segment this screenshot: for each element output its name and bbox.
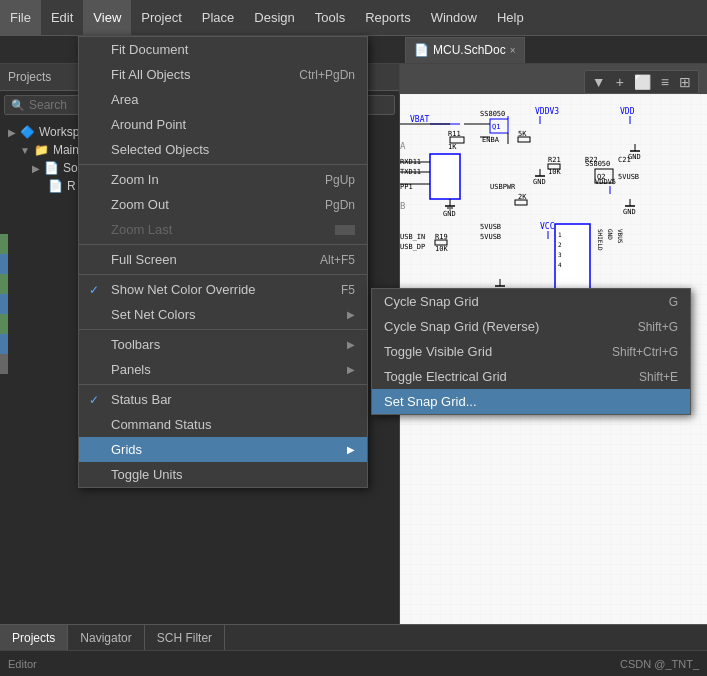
menu-reports[interactable]: Reports: [355, 0, 421, 35]
svg-text:4: 4: [558, 261, 562, 268]
svg-text:USB_IN: USB_IN: [400, 233, 425, 241]
tree-icon-sou: 📄: [44, 161, 59, 175]
tree-arrow-main: ▼: [20, 145, 30, 156]
menu-sep-2: [79, 244, 367, 245]
submenu-set-snap-grid[interactable]: Set Snap Grid...: [372, 389, 690, 414]
svg-text:VBAT: VBAT: [410, 115, 429, 124]
vert-marker-2: [0, 254, 8, 274]
menu-tools[interactable]: Tools: [305, 0, 355, 35]
menu-view[interactable]: View: [83, 0, 131, 35]
tree-icon-main: 📁: [34, 143, 49, 157]
add-icon[interactable]: +: [613, 73, 627, 91]
tree-label-r: R: [67, 179, 76, 193]
tree-icon-r: 📄: [48, 179, 63, 193]
status-bar-left: Editor: [8, 658, 37, 670]
svg-text:SS8050: SS8050: [585, 160, 610, 168]
filter-icon[interactable]: ▼: [589, 73, 609, 91]
tree-label-main: Main: [53, 143, 79, 157]
svg-text:VDDV3: VDDV3: [535, 107, 559, 116]
svg-text:GND: GND: [607, 229, 614, 240]
menu-design[interactable]: Design: [244, 0, 304, 35]
svg-text:10K: 10K: [435, 245, 448, 253]
menu-toolbars[interactable]: Toolbars: [79, 332, 367, 357]
submenu-toggle-electrical-grid[interactable]: Toggle Electrical Grid Shift+E: [372, 364, 690, 389]
svg-text:VDD: VDD: [620, 107, 635, 116]
menu-full-screen[interactable]: Full Screen Alt+F5: [79, 247, 367, 272]
svg-text:GND: GND: [443, 210, 456, 218]
status-bar: Editor CSDN @_TNT_: [0, 650, 707, 676]
tab-close-button[interactable]: ×: [510, 45, 516, 56]
svg-text:SS8050: SS8050: [480, 110, 505, 118]
status-bar-right: CSDN @_TNT_: [620, 658, 699, 670]
bottom-tabs: Projects Navigator SCH Filter: [0, 624, 707, 650]
svg-text:5VUSB: 5VUSB: [480, 233, 501, 241]
vert-marker-4: [0, 294, 8, 314]
menu-sep-1: [79, 164, 367, 165]
svg-text:R21: R21: [548, 156, 561, 164]
tree-arrow-sou: ▶: [32, 163, 40, 174]
menu-set-net-colors[interactable]: Set Net Colors: [79, 302, 367, 327]
menu-help[interactable]: Help: [487, 0, 534, 35]
vert-marker-3: [0, 274, 8, 294]
tab-mcu-schdoc[interactable]: 📄 MCU.SchDoc ×: [405, 37, 525, 63]
menu-window[interactable]: Window: [421, 0, 487, 35]
menu-zoom-in[interactable]: Zoom In PgUp: [79, 167, 367, 192]
submenu-toggle-visible-grid[interactable]: Toggle Visible Grid Shift+Ctrl+G: [372, 339, 690, 364]
grids-submenu: Cycle Snap Grid G Cycle Snap Grid (Rever…: [371, 288, 691, 415]
svg-text:GND: GND: [623, 208, 636, 216]
tab-icon: 📄: [414, 43, 429, 57]
menu-project[interactable]: Project: [131, 0, 191, 35]
menu-around-point[interactable]: Around Point: [79, 112, 367, 137]
vert-marker-6: [0, 334, 8, 354]
checkmark-status-bar: ✓: [89, 393, 99, 407]
menu-command-status[interactable]: Command Status: [79, 412, 367, 437]
menu-sep-4: [79, 329, 367, 330]
svg-text:3: 3: [558, 251, 562, 258]
menu-file[interactable]: File: [0, 0, 41, 35]
menu-area[interactable]: Area: [79, 87, 367, 112]
bottom-tab-projects[interactable]: Projects: [0, 625, 68, 650]
bottom-tab-navigator[interactable]: Navigator: [68, 625, 144, 650]
svg-text:Q1: Q1: [492, 123, 500, 131]
svg-text:10K: 10K: [548, 168, 561, 176]
menu-show-net-color[interactable]: ✓ Show Net Color Override F5: [79, 277, 367, 302]
svg-text:VCC: VCC: [540, 222, 555, 231]
menu-sep-3: [79, 274, 367, 275]
svg-text:VBUS: VBUS: [617, 229, 624, 244]
menubar: File Edit View Project Place Design Tool…: [0, 0, 707, 36]
grid-icon[interactable]: ⊞: [676, 73, 694, 91]
tree-icon-workspace: 🔷: [20, 125, 35, 139]
submenu-cycle-snap-grid[interactable]: Cycle Snap Grid G: [372, 289, 690, 314]
svg-text:1K: 1K: [448, 143, 457, 151]
svg-text:1: 1: [558, 231, 562, 238]
checkmark-net-color: ✓: [89, 283, 99, 297]
menu-status-bar[interactable]: ✓ Status Bar: [79, 387, 367, 412]
tree-arrow-workspace: ▶: [8, 127, 16, 138]
svg-text:USB_DP: USB_DP: [400, 243, 425, 251]
svg-text:5VUSB: 5VUSB: [480, 223, 501, 231]
search-icon: 🔍: [11, 99, 25, 112]
menu-selected-objects[interactable]: Selected Objects: [79, 137, 367, 162]
menu-fit-all-objects[interactable]: Fit All Objects Ctrl+PgDn: [79, 62, 367, 87]
view-dropdown-menu: Fit Document Fit All Objects Ctrl+PgDn A…: [78, 36, 368, 488]
svg-text:GND: GND: [533, 178, 546, 186]
rect-select-icon[interactable]: ⬜: [631, 73, 654, 91]
svg-text:5VUSB: 5VUSB: [618, 173, 639, 181]
bottom-tab-sch-filter[interactable]: SCH Filter: [145, 625, 225, 650]
tab-label: MCU.SchDoc: [433, 43, 506, 57]
menu-place[interactable]: Place: [192, 0, 245, 35]
vert-marker-1: [0, 234, 8, 254]
list-icon[interactable]: ≡: [658, 73, 672, 91]
scrollbar-indicator: [335, 225, 355, 235]
submenu-cycle-snap-grid-reverse[interactable]: Cycle Snap Grid (Reverse) Shift+G: [372, 314, 690, 339]
menu-zoom-out[interactable]: Zoom Out PgDn: [79, 192, 367, 217]
svg-rect-27: [430, 154, 460, 199]
svg-text:USBPWR: USBPWR: [490, 183, 516, 191]
menu-zoom-last: Zoom Last: [79, 217, 367, 242]
menu-grids[interactable]: Grids: [79, 437, 367, 462]
menu-toggle-units[interactable]: Toggle Units: [79, 462, 367, 487]
menu-panels[interactable]: Panels: [79, 357, 367, 382]
svg-text:Q2: Q2: [597, 173, 605, 181]
menu-edit[interactable]: Edit: [41, 0, 83, 35]
menu-fit-document[interactable]: Fit Document: [79, 37, 367, 62]
